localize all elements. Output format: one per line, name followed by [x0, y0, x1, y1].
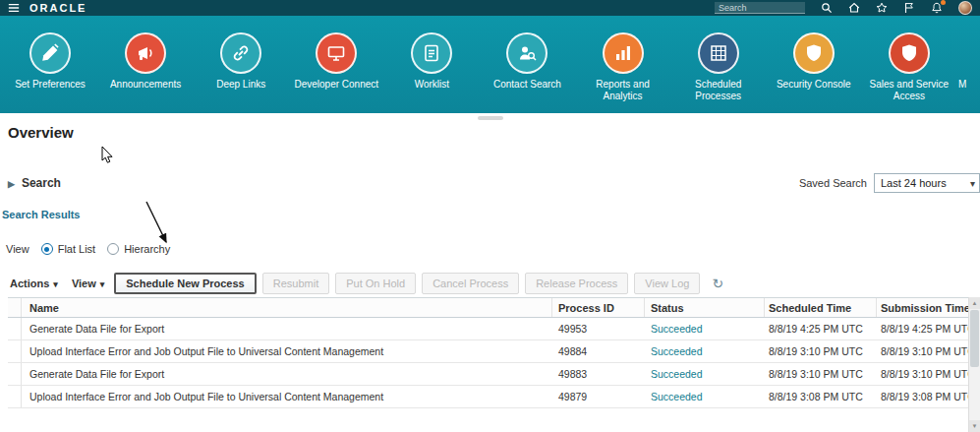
notification-badge — [941, 0, 946, 5]
cell-name: Generate Data File for Export — [22, 363, 552, 385]
user-avatar[interactable] — [958, 1, 972, 15]
table-row[interactable]: Generate Data File for Export 49953 Succ… — [8, 318, 968, 340]
view-log-button[interactable]: View Log — [634, 273, 700, 294]
results-toolbar: Actions View Schedule New Process Resubm… — [6, 273, 723, 294]
springboard-overflow-item[interactable]: M — [958, 32, 976, 90]
springboard-item-label: Reports and Analytics — [580, 79, 666, 102]
chevron-down-icon — [100, 278, 105, 289]
announcements-icon — [136, 43, 155, 63]
actions-menu-button[interactable]: Actions — [6, 275, 62, 292]
springboard-item-security-console[interactable]: Security Console — [768, 32, 860, 91]
springboard-item-deep-links[interactable]: Deep Links — [195, 32, 287, 91]
view-options: View Flat List Hierarchy — [6, 243, 170, 255]
cell-process-id: 49879 — [552, 386, 645, 407]
menu-icon[interactable] — [8, 2, 20, 14]
table-row[interactable]: Upload Interface Error and Job Output Fi… — [8, 386, 968, 408]
view-menu-button[interactable]: View — [68, 275, 108, 292]
search-section: Search Saved Search Last 24 hours — [8, 172, 980, 194]
status-link[interactable]: Succeeded — [651, 323, 703, 335]
springboard-item-label: Sales and Service Access — [866, 79, 952, 102]
sales-service-access-icon — [899, 43, 919, 63]
top-navigation-bar: ORACLE — [0, 0, 980, 16]
springboard-item-contact-search[interactable]: Contact Search — [481, 32, 573, 91]
radio-icon — [107, 243, 119, 255]
springboard-item-label: Contact Search — [493, 79, 561, 91]
cell-process-id: 49884 — [552, 340, 645, 362]
table-row[interactable]: Upload Interface Error and Job Output Fi… — [8, 340, 968, 363]
saved-search-label: Saved Search — [799, 177, 867, 189]
notifications-bell-icon[interactable] — [931, 2, 943, 14]
springboard-item-label: Worklist — [415, 79, 449, 91]
column-header-status[interactable]: Status — [645, 298, 765, 317]
search-results-label: Search Results — [2, 209, 80, 220]
cell-scheduled-time: 8/8/19 3:10 PM UTC — [765, 340, 877, 362]
mouse-cursor — [101, 146, 115, 165]
view-option-flat-list[interactable]: Flat List — [41, 243, 96, 255]
status-link[interactable]: Succeeded — [651, 368, 703, 380]
flag-icon[interactable] — [903, 2, 915, 14]
column-header-name[interactable]: Name — [22, 298, 552, 317]
saved-search: Saved Search Last 24 hours — [799, 173, 980, 193]
global-search-input[interactable] — [715, 2, 805, 14]
row-selector-cell — [8, 363, 22, 385]
contact-search-icon — [517, 43, 537, 63]
search-expander[interactable]: Search — [8, 176, 61, 190]
cell-submission-time: 8/8/19 4:25 PM UTC — [877, 318, 968, 339]
topbar-actions — [715, 1, 972, 15]
refresh-icon[interactable] — [712, 277, 723, 290]
column-header-scheduled-time[interactable]: Scheduled Time — [765, 298, 877, 317]
cell-scheduled-time: 8/8/19 3:10 PM UTC — [765, 363, 877, 385]
table-body: Generate Data File for Export 49953 Succ… — [8, 318, 968, 408]
scheduled-processes-icon — [709, 43, 728, 63]
springboard-item-announcements[interactable]: Announcements — [99, 32, 192, 91]
status-link[interactable]: Succeeded — [651, 391, 703, 402]
worklist-icon — [422, 43, 441, 63]
springboard-item-label: Set Preferences — [15, 79, 86, 91]
springboard-item-developer-connect[interactable]: Developer Connect — [290, 32, 382, 91]
cell-name: Generate Data File for Export — [22, 318, 552, 339]
search-icon[interactable] — [821, 2, 833, 14]
schedule-new-process-button[interactable]: Schedule New Process — [114, 273, 256, 294]
cancel-process-button[interactable]: Cancel Process — [422, 273, 519, 294]
springboard-item-label: Developer Connect — [294, 79, 378, 91]
status-link[interactable]: Succeeded — [651, 345, 703, 357]
vertical-scrollbar — [968, 297, 980, 432]
deep-links-icon — [231, 43, 251, 63]
springboard-item-scheduled-processes[interactable]: Scheduled Processes — [672, 32, 765, 102]
release-process-button[interactable]: Release Process — [525, 273, 628, 294]
springboard-item-label: Announcements — [110, 79, 181, 91]
scrollbar-thumb[interactable] — [970, 310, 979, 367]
security-console-icon — [804, 43, 824, 63]
home-icon[interactable] — [848, 2, 860, 14]
page-title: Overview — [8, 124, 74, 141]
scroll-up-arrow-icon[interactable] — [969, 297, 980, 309]
springboard-item-worklist[interactable]: Worklist — [385, 32, 478, 91]
cell-scheduled-time: 8/8/19 4:25 PM UTC — [765, 318, 877, 339]
springboard-item-label: Deep Links — [216, 79, 265, 91]
springboard-item-set-preferences[interactable]: Set Preferences — [4, 32, 96, 91]
favorites-star-icon[interactable] — [876, 2, 888, 14]
view-label: View — [6, 243, 29, 255]
scroll-down-arrow-icon[interactable] — [969, 420, 980, 432]
springboard-item-sales-and-service-access[interactable]: Sales and Service Access — [863, 32, 955, 102]
expand-triangle-icon — [8, 176, 15, 190]
search-section-label: Search — [22, 176, 61, 190]
saved-search-select[interactable]: Last 24 hours — [874, 173, 980, 193]
cell-process-id: 49883 — [552, 363, 645, 385]
column-header-process-id[interactable]: Process ID — [552, 298, 645, 317]
developer-connect-icon — [326, 43, 346, 63]
column-header-submission-time[interactable]: Submission Time — [877, 298, 968, 317]
springboard-item-reports-and-analytics[interactable]: Reports and Analytics — [577, 32, 669, 102]
row-selector-column-header — [8, 298, 22, 317]
processes-table: Name Process ID Status Scheduled Time Su… — [8, 297, 968, 408]
put-on-hold-button[interactable]: Put On Hold — [335, 273, 416, 294]
cell-name: Upload Interface Error and Job Output Fi… — [22, 340, 552, 362]
cell-name: Upload Interface Error and Job Output Fi… — [22, 386, 552, 407]
resubmit-button[interactable]: Resubmit — [262, 273, 329, 294]
table-row[interactable]: Generate Data File for Export 49883 Succ… — [8, 363, 968, 386]
cell-submission-time: 8/8/19 3:10 PM UTC — [877, 363, 968, 385]
banner-drag-handle[interactable] — [478, 116, 503, 120]
oracle-logo[interactable]: ORACLE — [29, 2, 86, 14]
chevron-down-icon — [970, 177, 975, 189]
view-option-hierarchy[interactable]: Hierarchy — [107, 243, 170, 255]
